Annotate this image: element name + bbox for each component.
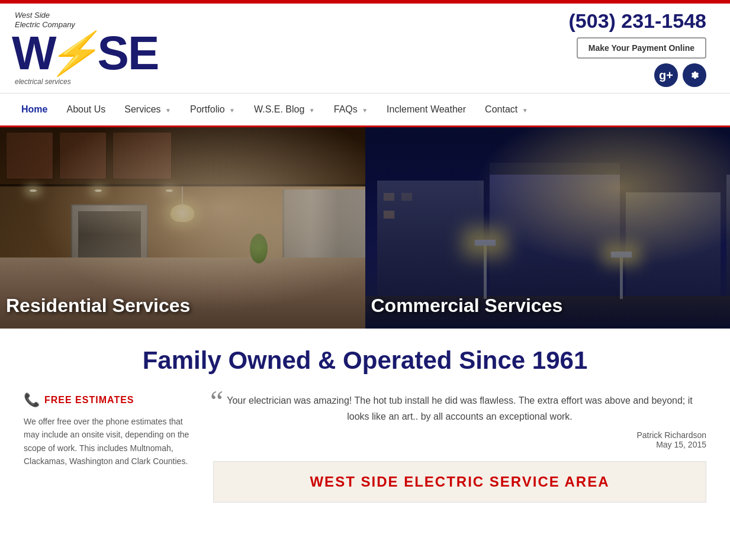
nav-link-contact[interactable]: Contact ▼ bbox=[475, 94, 538, 125]
nav-item-faqs: FAQs ▼ bbox=[324, 94, 377, 125]
residential-label: Residential Services bbox=[6, 295, 190, 317]
nav-item-home: Home bbox=[12, 94, 57, 125]
portfolio-arrow: ▼ bbox=[229, 107, 235, 114]
testimonial-quote: Your electrician was amazing! The hot tu… bbox=[227, 395, 693, 421]
nav-item-contact: Contact ▼ bbox=[475, 94, 538, 125]
logo-tagline: electrical services bbox=[15, 78, 71, 86]
nav-link-blog[interactable]: W.S.E. Blog ▼ bbox=[245, 94, 324, 125]
nav-link-weather[interactable]: Inclement Weather bbox=[377, 94, 475, 125]
left-column: 📞 FREE ESTIMATES We offer free over the … bbox=[24, 392, 189, 468]
nav-item-blog: W.S.E. Blog ▼ bbox=[245, 94, 324, 125]
nav-link-home[interactable]: Home bbox=[12, 94, 57, 125]
service-area-title: WEST SIDE ELECTRIC SERVICE AREA bbox=[226, 474, 694, 490]
free-estimates-header: 📞 FREE ESTIMATES bbox=[24, 392, 189, 408]
tagline: Family Owned & Operated Since 1961 bbox=[24, 346, 706, 375]
content-columns: 📞 FREE ESTIMATES We offer free over the … bbox=[24, 392, 706, 503]
google-plus-icon[interactable]: g+ bbox=[654, 63, 678, 87]
testimonial: Your electrician was amazing! The hot tu… bbox=[213, 392, 706, 424]
contact-arrow: ▼ bbox=[522, 107, 528, 114]
residential-panel[interactable]: Residential Services bbox=[0, 127, 365, 329]
author-name: Patrick Richardson bbox=[213, 430, 706, 440]
nav-link-services[interactable]: Services ▼ bbox=[115, 94, 181, 125]
nav-link-portfolio[interactable]: Portfolio ▼ bbox=[181, 94, 245, 125]
services-arrow: ▼ bbox=[165, 107, 171, 114]
nav-item-services: Services ▼ bbox=[115, 94, 181, 125]
social-icons: g+ ✽ bbox=[654, 63, 706, 87]
nav-item-portfolio: Portfolio ▼ bbox=[181, 94, 245, 125]
nav-list: Home About Us Services ▼ Portfolio ▼ W.S… bbox=[12, 94, 718, 125]
phone-number: (503) 231-1548 bbox=[568, 9, 706, 33]
testimonial-date: May 15, 2015 bbox=[213, 440, 706, 449]
yelp-icon[interactable]: ✽ bbox=[683, 63, 706, 87]
testimonial-author: Patrick Richardson May 15, 2015 bbox=[213, 430, 706, 449]
navbar: Home About Us Services ▼ Portfolio ▼ W.S… bbox=[0, 93, 730, 127]
header-right: (503) 231-1548 Make Your Payment Online … bbox=[568, 9, 706, 87]
phone-icon: 📞 bbox=[24, 392, 40, 408]
faqs-arrow: ▼ bbox=[362, 107, 368, 114]
nav-link-about[interactable]: About Us bbox=[57, 94, 115, 125]
commercial-panel[interactable]: Commercial Services bbox=[365, 127, 731, 329]
service-area-banner: WEST SIDE ELECTRIC SERVICE AREA bbox=[213, 461, 706, 503]
hero-section: Residential Services bbox=[0, 127, 730, 329]
logo-wse: W ⚡ SE bbox=[12, 29, 158, 78]
commercial-label: Commercial Services bbox=[371, 295, 563, 317]
free-estimates-title: FREE ESTIMATES bbox=[44, 395, 134, 405]
main-content: Family Owned & Operated Since 1961 📞 FRE… bbox=[0, 329, 730, 520]
nav-item-about: About Us bbox=[57, 94, 115, 125]
right-column: Your electrician was amazing! The hot tu… bbox=[213, 392, 706, 503]
nav-item-weather: Inclement Weather bbox=[377, 94, 475, 125]
blog-arrow: ▼ bbox=[309, 107, 315, 114]
nav-link-faqs[interactable]: FAQs ▼ bbox=[324, 94, 377, 125]
logo-area: West Side Electric Company W ⚡ SE electr… bbox=[12, 11, 158, 86]
payment-button[interactable]: Make Your Payment Online bbox=[577, 37, 706, 59]
free-estimates-text: We offer free over the phone estimates t… bbox=[24, 415, 189, 468]
header: West Side Electric Company W ⚡ SE electr… bbox=[0, 4, 730, 93]
